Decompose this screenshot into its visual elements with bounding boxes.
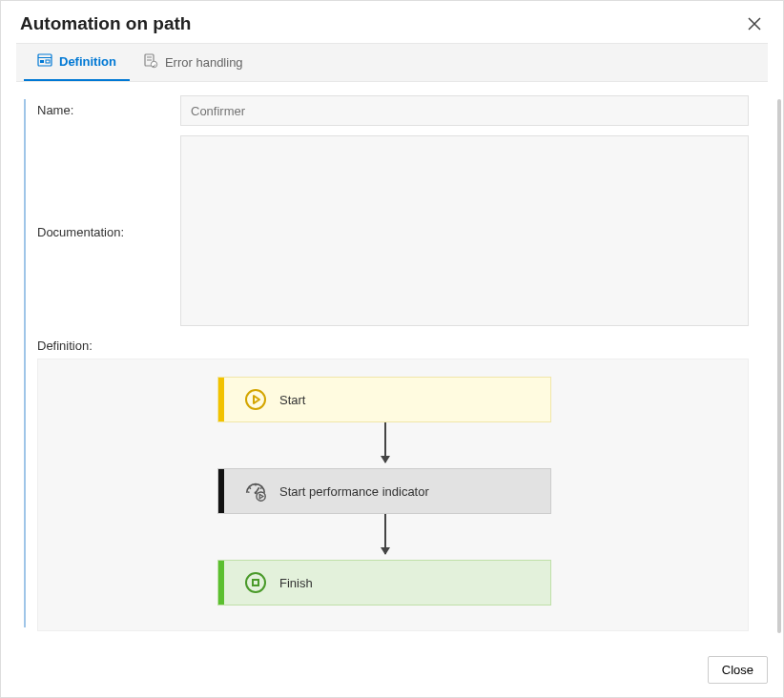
tab-error-handling[interactable]: Error handling xyxy=(130,44,257,81)
name-input[interactable] xyxy=(180,95,749,126)
section-indicator xyxy=(24,99,26,627)
node-stripe xyxy=(218,469,224,513)
svg-point-15 xyxy=(255,491,258,494)
flow-node-start[interactable]: Start xyxy=(217,377,551,422)
content-area: Name: Documentation: Definition: xyxy=(1,82,783,647)
svg-rect-3 xyxy=(46,60,50,63)
dialog-header: Automation on path xyxy=(1,1,783,43)
flow-node-start-label: Start xyxy=(279,393,305,407)
flow-node-performance-label: Start performance indicator xyxy=(279,484,429,499)
tab-error-handling-label: Error handling xyxy=(165,55,243,70)
flow-node-finish[interactable]: Finish xyxy=(217,560,551,606)
flow-arrow xyxy=(384,422,386,462)
svg-marker-9 xyxy=(254,396,259,403)
name-label: Name: xyxy=(37,95,180,126)
svg-rect-2 xyxy=(40,60,44,63)
documentation-label: Documentation: xyxy=(37,225,180,239)
automation-dialog: Automation on path Definition Error hand… xyxy=(0,0,784,698)
dialog-title: Automation on path xyxy=(20,13,191,34)
svg-line-11 xyxy=(250,487,251,488)
scrollbar[interactable] xyxy=(777,99,781,633)
svg-line-13 xyxy=(260,487,261,488)
tab-definition[interactable]: Definition xyxy=(24,44,130,81)
svg-point-8 xyxy=(246,390,265,409)
gauge-play-icon xyxy=(243,479,268,503)
svg-point-18 xyxy=(246,573,265,592)
node-stripe xyxy=(218,378,224,421)
close-button[interactable]: Close xyxy=(708,656,768,684)
flow-node-performance[interactable]: Start performance indicator xyxy=(217,468,551,514)
tab-bar: Definition Error handling xyxy=(16,43,768,82)
node-stripe xyxy=(218,561,224,605)
svg-rect-19 xyxy=(253,580,258,585)
close-icon[interactable] xyxy=(743,12,766,35)
error-handling-icon xyxy=(143,53,158,72)
documentation-input[interactable] xyxy=(180,135,749,326)
dialog-footer: Close xyxy=(1,647,783,697)
flow-arrow xyxy=(384,514,386,554)
definition-label: Definition: xyxy=(37,339,93,353)
definition-canvas[interactable]: Start xyxy=(37,359,749,631)
flow-node-finish-label: Finish xyxy=(279,576,313,590)
definition-icon xyxy=(37,52,52,71)
play-icon xyxy=(243,387,268,412)
tab-definition-label: Definition xyxy=(59,54,116,69)
stop-icon xyxy=(243,570,268,595)
